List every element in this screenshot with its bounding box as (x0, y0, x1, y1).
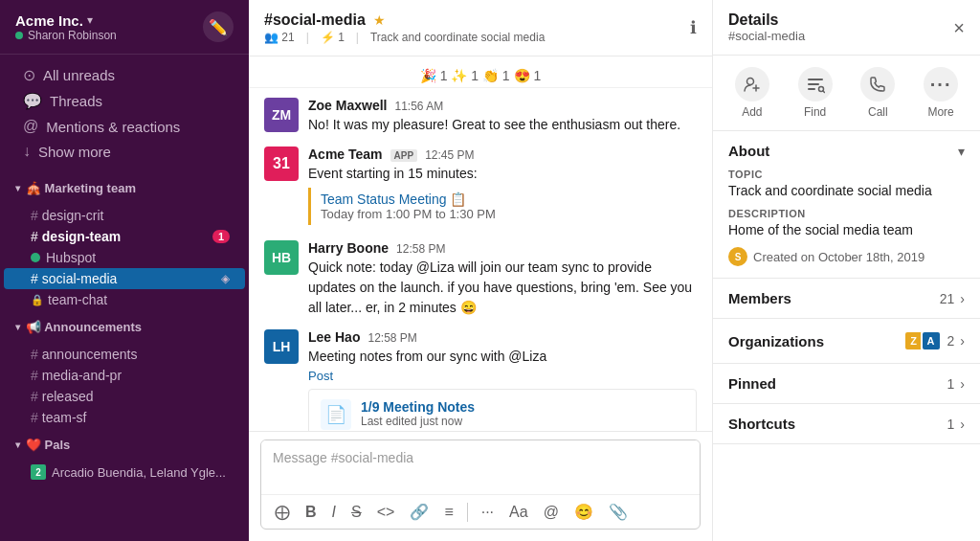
close-details-button[interactable]: × (953, 18, 965, 37)
shortcuts-row[interactable]: Shortcuts 1 › (713, 404, 980, 444)
channel-title: #social-media (264, 11, 366, 29)
channel-media-and-pr[interactable]: # media-and-pr (4, 365, 245, 386)
code-button[interactable]: <> (371, 500, 401, 525)
italic-button[interactable]: I (326, 500, 342, 525)
about-description-field: Description Home of the social media tea… (728, 208, 965, 237)
sidebar-item-threads[interactable]: 💬 Threads (8, 88, 241, 114)
topic-label: Topic (728, 169, 965, 180)
hash-icon: # (31, 389, 38, 404)
sidebar-item-unreads[interactable]: ⊙ All unreads (8, 62, 241, 88)
link-button[interactable]: 🔗 (404, 499, 434, 525)
channel-hubspot[interactable]: Hubspot (4, 247, 245, 268)
shortcuts-right: 1 › (947, 417, 965, 432)
meeting-time: Today from 1:00 PM to 1:30 PM (321, 207, 687, 221)
format-button[interactable]: ⨁ (269, 499, 296, 525)
svg-point-0 (746, 79, 753, 85)
messages-container: 🎉 1 ✨ 1 👏 1 😍 1 ZM Zoe Maxwell 11:56 AM … (249, 56, 712, 431)
more-label: More (927, 105, 953, 119)
channel-released[interactable]: # released (4, 386, 245, 407)
attach-button[interactable]: 📎 (603, 499, 634, 525)
svg-line-7 (822, 91, 824, 93)
action-find[interactable]: Find (798, 67, 833, 119)
members-row[interactable]: Members 21 › (713, 279, 980, 319)
sidebar-item-mentions[interactable]: @ Mentions & reactions (8, 114, 241, 139)
unreads-icon: ⊙ (23, 66, 35, 84)
list-button[interactable]: ≡ (438, 500, 458, 525)
star-icon[interactable]: ★ (373, 12, 386, 28)
message-harry: HB Harry Boone 12:58 PM Quick note: toda… (249, 235, 712, 324)
avatar-acme: 31 (264, 147, 299, 181)
dm-arcadio[interactable]: 2 Arcadio Buendia, Leland Ygle... (4, 462, 245, 483)
action-call[interactable]: Call (860, 67, 895, 119)
about-section: About ▾ Topic Track and coordinate socia… (713, 131, 980, 279)
font-button[interactable]: Aa (503, 500, 534, 525)
emoji-button[interactable]: 😊 (568, 499, 599, 525)
shortcuts-label: Shortcuts (728, 416, 795, 432)
online-dot-icon (15, 32, 23, 39)
post-doc-icon: 📄 (321, 399, 351, 430)
details-channel: #social-media (728, 29, 805, 43)
channel-design-crit[interactable]: # design-crit (4, 205, 245, 226)
action-more[interactable]: ··· More (924, 67, 958, 119)
compose-button[interactable]: ✏️ (203, 11, 234, 42)
msg-time-acme: 12:45 PM (425, 148, 474, 162)
org-avatars: Z A (907, 330, 942, 351)
details-title: Details (728, 11, 805, 29)
msg-text-harry: Quick note: today @Liza will join our te… (308, 258, 697, 318)
pinned-row[interactable]: Pinned 1 › (713, 364, 980, 404)
bold-button[interactable]: B (300, 500, 323, 525)
about-creator: S Created on October 18th, 2019 (728, 247, 965, 266)
section-arrow-icon: ▾ (15, 183, 20, 193)
msg-author-harry: Harry Boone (308, 240, 389, 256)
pinned-right: 1 › (947, 376, 965, 392)
svg-rect-3 (808, 79, 823, 80)
avatar-lee: LH (264, 329, 299, 364)
workspace-chevron-icon: ▾ (87, 13, 93, 27)
message-input[interactable] (261, 440, 700, 490)
about-header[interactable]: About ▾ (728, 143, 965, 159)
post-link[interactable]: Post (308, 369, 697, 383)
organizations-row[interactable]: Organizations Z A 2 › (713, 319, 980, 364)
mentions-icon: @ (23, 118, 38, 135)
details-scroll: About ▾ Topic Track and coordinate socia… (713, 131, 980, 541)
lock-icon: 🔒 (31, 294, 44, 306)
chat-title-area: #social-media ★ 👥 21 | ⚡ 1 | Track and c… (264, 11, 545, 44)
channel-announcements[interactable]: # announcements (4, 344, 245, 365)
bookmark-icon: ◈ (221, 272, 230, 285)
hash-icon: # (31, 271, 38, 286)
msg-author-lee: Lee Hao (308, 329, 360, 345)
strikethrough-button[interactable]: S (345, 500, 368, 525)
add-label: Add (742, 105, 762, 119)
topic-value: Track and coordinate social media (728, 183, 965, 198)
unread-badge: 1 (212, 230, 230, 243)
info-button[interactable]: ℹ (690, 17, 697, 38)
section-announcements[interactable]: ▾ 📢 Announcements (0, 314, 249, 340)
msg-time-zoe: 11:56 AM (394, 100, 443, 113)
members-label: Members (728, 290, 791, 306)
meeting-title[interactable]: Team Status Meeting 📋 (321, 192, 687, 207)
pinned-label: Pinned (728, 375, 776, 392)
channel-team-chat[interactable]: 🔒 team-chat (4, 289, 245, 310)
message-content-harry: Harry Boone 12:58 PM Quick note: today @… (308, 240, 697, 318)
channel-description: Track and coordinate social media (370, 31, 545, 44)
channel-team-sf[interactable]: # team-sf (4, 407, 245, 428)
section-marketing[interactable]: ▾ 🎪 Marketing team (0, 175, 249, 201)
toolbar-separator (467, 503, 468, 522)
section-pals[interactable]: ▾ ❤️ Pals (0, 432, 249, 458)
message-input-area: ⨁ B I S <> 🔗 ≡ ··· Aa @ 😊 📎 (249, 431, 712, 541)
sidebar-scroll: ▾ 🎪 Marketing team # design-crit # desig… (0, 171, 249, 541)
main-chat: #social-media ★ 👥 21 | ⚡ 1 | Track and c… (249, 0, 712, 541)
member-count: 👥 21 (264, 31, 295, 44)
channel-design-team[interactable]: # design-team 1 (4, 226, 245, 247)
description-label: Description (728, 208, 965, 219)
details-header-text: Details #social-media (728, 11, 805, 43)
meeting-card: Team Status Meeting 📋 Today from 1:00 PM… (308, 188, 697, 225)
post-title[interactable]: 1/9 Meeting Notes (361, 399, 475, 415)
sidebar-item-show-more[interactable]: ↓ Show more (8, 139, 241, 164)
more-icon: ··· (924, 67, 958, 101)
about-topic-field: Topic Track and coordinate social media (728, 169, 965, 198)
mention-button[interactable]: @ (538, 500, 565, 525)
more-format-button[interactable]: ··· (476, 500, 500, 525)
action-add[interactable]: Add (735, 67, 769, 119)
channel-social-media[interactable]: # social-media ◈ (4, 268, 245, 289)
